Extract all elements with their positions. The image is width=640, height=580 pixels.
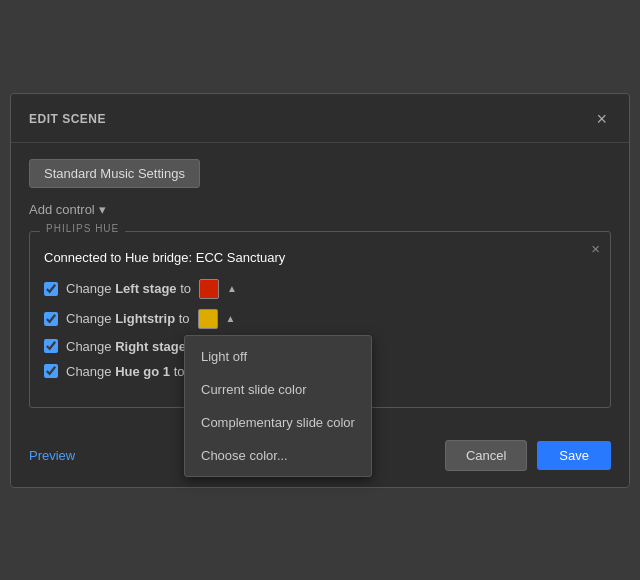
left-stage-label: Change Left stage to (66, 281, 191, 296)
save-button[interactable]: Save (537, 441, 611, 470)
philips-hue-section: PHILIPS HUE × Connected to Hue bridge: E… (29, 231, 611, 408)
lightstrip-color-swatch[interactable] (198, 309, 218, 329)
bridge-name: ECC Sanctuary (196, 250, 286, 265)
cancel-button[interactable]: Cancel (445, 440, 527, 471)
checkbox-right-stage[interactable] (44, 339, 58, 353)
right-stage-label: Change Right stage t (66, 339, 193, 354)
add-control-button[interactable]: Add control ▾ (29, 202, 106, 217)
chevron-down-icon: ▾ (99, 202, 106, 217)
checkbox-lightstrip[interactable] (44, 312, 58, 326)
section-close-button[interactable]: × (591, 240, 600, 257)
left-stage-color-swatch[interactable] (199, 279, 219, 299)
hue-go-label: Change Hue go 1 to (66, 364, 185, 379)
connected-text: Connected to Hue bridge: ECC Sanctuary (44, 250, 596, 265)
lightstrip-dropdown-arrow[interactable]: ▲ (226, 313, 236, 324)
lightstrip-dropdown-menu: Light off Current slide color Complement… (184, 335, 372, 477)
left-stage-dropdown-arrow[interactable]: ▲ (227, 283, 237, 294)
checkbox-left-stage[interactable] (44, 282, 58, 296)
dropdown-item-choose-color[interactable]: Choose color... (185, 439, 371, 472)
section-label: PHILIPS HUE (40, 223, 125, 234)
dialog-header: EDIT SCENE × (11, 94, 629, 143)
dialog-body: Standard Music Settings Add control ▾ PH… (11, 143, 629, 424)
preview-button[interactable]: Preview (29, 448, 75, 463)
scene-settings-button[interactable]: Standard Music Settings (29, 159, 200, 188)
checkbox-hue-go[interactable] (44, 364, 58, 378)
dropdown-item-current-slide[interactable]: Current slide color (185, 373, 371, 406)
dialog-close-button[interactable]: × (592, 108, 611, 130)
dialog-title: EDIT SCENE (29, 112, 106, 126)
control-row-lightstrip: Change Lightstrip to ▲ Light off Current… (44, 309, 596, 329)
dropdown-item-complementary[interactable]: Complementary slide color (185, 406, 371, 439)
lightstrip-label: Change Lightstrip to (66, 311, 190, 326)
dropdown-item-light-off[interactable]: Light off (185, 340, 371, 373)
control-row-left-stage: Change Left stage to ▲ (44, 279, 596, 299)
edit-scene-dialog: EDIT SCENE × Standard Music Settings Add… (10, 93, 630, 488)
